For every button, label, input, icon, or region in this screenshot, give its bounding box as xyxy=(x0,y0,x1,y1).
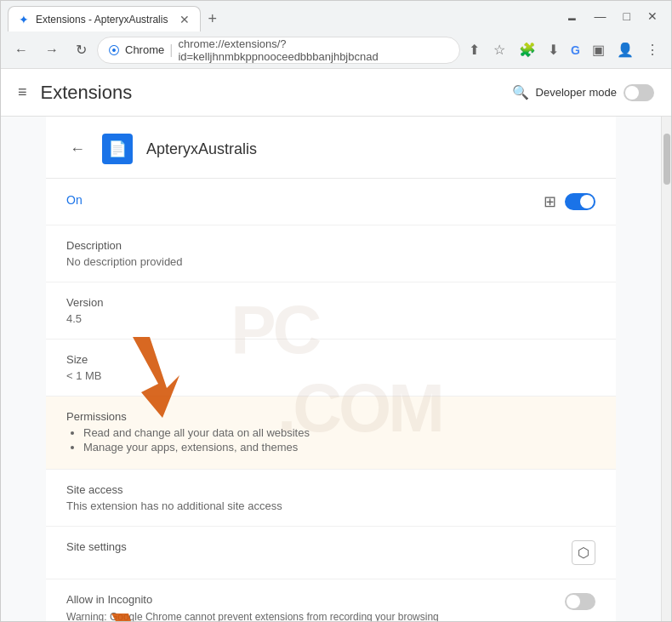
window-switch-icon[interactable]: ▣ xyxy=(587,38,610,61)
refresh-button[interactable]: ↻ xyxy=(69,37,94,63)
address-security-icon: ⦿ xyxy=(108,43,120,57)
content-area: ← 📄 ApteryxAustralis On ⊞ xyxy=(1,117,661,621)
status-right: ⊞ xyxy=(544,192,595,211)
version-label: Version xyxy=(66,296,595,309)
download-icon[interactable]: ⬇ xyxy=(543,38,564,61)
incognito-section: Allow in Incognito Warning: Google Chrom… xyxy=(46,579,616,621)
window-controls: 🗕 — □ ✕ xyxy=(559,6,664,26)
permissions-list: Read and change all your data on all web… xyxy=(66,426,595,454)
tab-title: Extensions - ApteryxAustralis xyxy=(36,14,168,26)
profile-icon[interactable]: 👤 xyxy=(612,38,639,61)
content-wrapper: PC .COM ← 📄 ApteryxAustralis xyxy=(1,117,671,621)
incognito-left: Allow in Incognito Warning: Google Chrom… xyxy=(66,593,565,621)
site-access-section: Site access This extension has no additi… xyxy=(46,470,616,527)
chevron-down-icon[interactable]: 🗕 xyxy=(559,6,584,26)
extensions-icon[interactable]: 🧩 xyxy=(514,38,541,61)
extensions-page-title: Extensions xyxy=(41,82,133,104)
main-content: ← 📄 ApteryxAustralis On ⊞ xyxy=(1,117,671,621)
search-icon[interactable]: 🔍 xyxy=(512,84,529,100)
site-settings-label: Site settings xyxy=(66,540,572,553)
size-value: < 1 MB xyxy=(66,369,595,382)
close-button[interactable]: ✕ xyxy=(641,6,664,26)
site-access-left: Site access This extension has no additi… xyxy=(66,483,595,512)
size-label: Size xyxy=(66,353,595,366)
incognito-label: Allow in Incognito xyxy=(66,593,565,606)
status-on-label: On xyxy=(66,193,83,207)
version-section: Version 4.5 xyxy=(46,282,616,340)
forward-button[interactable]: → xyxy=(38,37,65,63)
address-url-text: chrome://extensions/?id=kelljhnmbkppnooc… xyxy=(178,37,449,63)
permissions-left: Permissions Read and change all your dat… xyxy=(66,410,595,455)
site-settings-right: ⬡ xyxy=(572,540,595,565)
extension-detail-panel: ← 📄 ApteryxAustralis On ⊞ xyxy=(46,117,616,621)
detail-header: ← 📄 ApteryxAustralis xyxy=(46,117,616,179)
description-left: Description No description provided xyxy=(66,239,595,268)
new-tab-button[interactable]: + xyxy=(201,7,224,31)
maximize-button[interactable]: □ xyxy=(617,6,637,26)
chrome-menu-icon[interactable]: ⋮ xyxy=(641,38,664,61)
back-button[interactable]: ← xyxy=(8,37,35,63)
scrollbar-track[interactable] xyxy=(661,117,671,621)
grid-view-icon[interactable]: ⊞ xyxy=(544,192,556,211)
extension-icon: 📄 xyxy=(102,134,133,164)
version-left: Version 4.5 xyxy=(66,296,595,325)
share-icon[interactable]: ⬆ xyxy=(464,38,485,61)
permissions-section: Permissions Read and change all your dat… xyxy=(46,397,616,470)
description-section: Description No description provided xyxy=(46,225,616,282)
extension-name: ApteryxAustralis xyxy=(146,140,257,158)
status-section: On ⊞ xyxy=(46,179,616,225)
developer-mode-label: Developer mode xyxy=(536,86,617,99)
developer-mode-toggle[interactable] xyxy=(624,84,654,101)
size-section: Size < 1 MB xyxy=(46,340,616,397)
tab-close-button[interactable]: ✕ xyxy=(179,13,190,26)
permissions-label: Permissions xyxy=(66,410,595,423)
extensions-header-left: ≡ Extensions xyxy=(18,82,132,104)
address-site-label: Chrome xyxy=(125,43,164,56)
extensions-page-header: ≡ Extensions 🔍 Developer mode xyxy=(1,69,671,117)
incognito-toggle[interactable] xyxy=(565,593,595,610)
tab-bar: ✦ Extensions - ApteryxAustralis ✕ + xyxy=(8,1,559,31)
detail-back-button[interactable]: ← xyxy=(66,137,88,162)
status-left: On xyxy=(66,192,544,208)
version-value: 4.5 xyxy=(66,312,595,325)
site-settings-left: Site settings xyxy=(66,540,572,556)
scrollbar-thumb[interactable] xyxy=(663,134,670,185)
size-left: Size < 1 MB xyxy=(66,353,595,382)
address-actions: ⬆ ☆ xyxy=(464,38,510,61)
extension-icon-glyph: 📄 xyxy=(108,140,127,158)
site-settings-section: Site settings ⬡ xyxy=(46,527,616,579)
permission-item-2: Manage your apps, extensions, and themes xyxy=(83,441,595,454)
incognito-right xyxy=(565,593,595,610)
description-label: Description xyxy=(66,239,595,252)
title-bar: ✦ Extensions - ApteryxAustralis ✕ + 🗕 — … xyxy=(1,1,671,31)
incognito-warning-text: Warning: Google Chrome cannot prevent ex… xyxy=(66,609,458,621)
bookmark-icon[interactable]: ☆ xyxy=(488,38,510,61)
permission-item-1: Read and change all your data on all web… xyxy=(83,426,595,439)
google-account-icon[interactable]: G xyxy=(566,40,585,60)
active-tab[interactable]: ✦ Extensions - ApteryxAustralis ✕ xyxy=(8,6,201,31)
site-access-value: This extension has no additional site ac… xyxy=(66,499,595,512)
sidebar-menu-icon[interactable]: ≡ xyxy=(18,83,27,101)
toolbar-icons: 🧩 ⬇ G ▣ 👤 ⋮ xyxy=(514,38,664,61)
navigation-bar: ← → ↻ ⦿ Chrome | chrome://extensions/?id… xyxy=(1,31,671,69)
extension-enable-toggle[interactable] xyxy=(565,193,595,210)
minimize-button[interactable]: — xyxy=(588,6,613,26)
extensions-header-right: 🔍 Developer mode xyxy=(512,84,654,101)
tab-favicon: ✦ xyxy=(19,13,29,26)
description-value: No description provided xyxy=(66,255,595,268)
address-bar[interactable]: ⦿ Chrome | chrome://extensions/?id=kellj… xyxy=(97,37,460,64)
site-access-label: Site access xyxy=(66,483,595,496)
external-link-icon[interactable]: ⬡ xyxy=(572,540,595,565)
